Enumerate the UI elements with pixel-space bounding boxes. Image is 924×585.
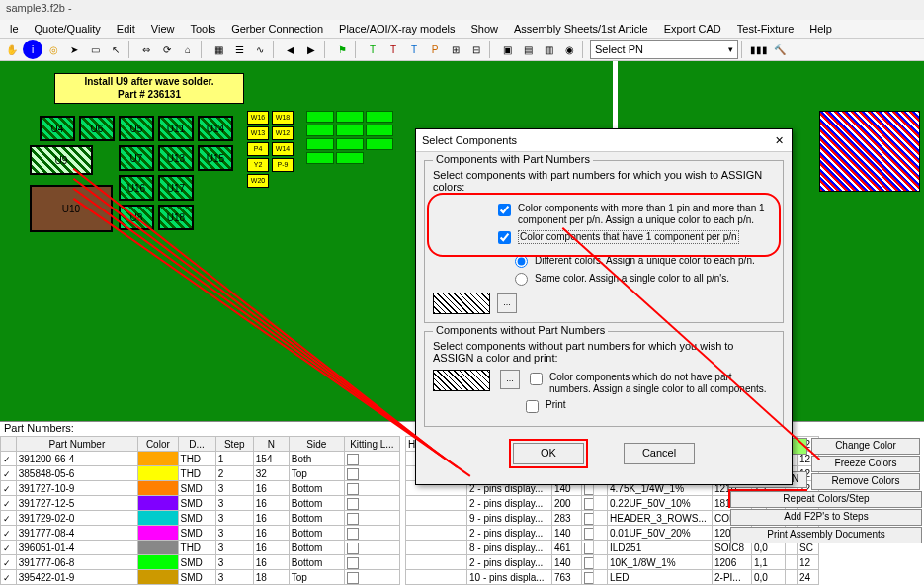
table-row[interactable]: 391777-08-4SMD316Bottom <box>1 526 400 541</box>
cell-kitting[interactable] <box>344 526 399 541</box>
freeze-colors-button[interactable]: Freeze Colors <box>811 456 920 472</box>
row-check[interactable] <box>1 496 17 511</box>
tb-home-icon[interactable]: ⌂ <box>178 40 198 59</box>
pcb-component[interactable]: U10 <box>30 185 113 232</box>
tb-barcode-icon[interactable]: ▮▮▮ <box>749 40 769 59</box>
pcb-passive[interactable] <box>336 111 364 123</box>
pcb-component[interactable]: U5 <box>119 116 154 141</box>
menu-edit[interactable]: Edit <box>111 22 141 36</box>
table-row[interactable]: 385848-05-6THD232Top <box>1 466 400 481</box>
pcb-component[interactable]: U7 <box>119 145 154 171</box>
pcb-small[interactable]: W18 <box>272 111 294 125</box>
row-check[interactable] <box>1 570 17 585</box>
pcb-component-u9[interactable]: U9 <box>30 145 93 175</box>
tb-p-icon[interactable]: P <box>425 40 445 59</box>
pcb-passive[interactable] <box>336 125 364 136</box>
pcb-component[interactable]: U17 <box>158 175 194 201</box>
tb-box3-icon[interactable]: ▥ <box>539 40 558 59</box>
grid-header[interactable]: Kitting L... <box>344 437 399 452</box>
row-check[interactable] <box>1 541 17 555</box>
chk-no-pn-input[interactable] <box>530 373 543 385</box>
cell[interactable] <box>582 541 594 555</box>
menu-tools[interactable]: Tools <box>184 22 221 36</box>
menu-export-cad[interactable]: Export CAD <box>658 22 727 36</box>
row-check[interactable] <box>1 555 17 570</box>
table-row[interactable]: 391200-66-4THD1154Both <box>1 452 400 466</box>
tb-f1-icon[interactable]: ⊞ <box>446 40 465 59</box>
tb-prev-icon[interactable]: ◀ <box>281 40 300 59</box>
row-check[interactable] <box>1 452 17 466</box>
table-row[interactable]: 396051-01-4THD316Bottom <box>1 541 400 555</box>
menu-test-fixture[interactable]: Test-Fixture <box>731 22 799 36</box>
tb-box4-icon[interactable]: ◉ <box>559 40 579 59</box>
add-f2p-button[interactable]: Add F2P's to Steps <box>730 509 922 526</box>
pcb-small[interactable]: W16 <box>247 111 269 125</box>
tb-grid-icon[interactable]: ▦ <box>209 40 228 59</box>
pcb-component[interactable]: U4 <box>40 116 75 141</box>
tb-hand-icon[interactable]: ✋ <box>2 40 22 59</box>
cell-color[interactable] <box>138 481 178 496</box>
grid-header[interactable] <box>1 437 17 452</box>
cell-color[interactable] <box>138 526 178 541</box>
cell-kitting[interactable] <box>344 452 399 466</box>
tb-arrow-icon[interactable]: ➤ <box>64 40 84 59</box>
tb-rotate-icon[interactable]: ⟳ <box>157 40 177 59</box>
cell[interactable] <box>582 496 594 511</box>
tb-t3-icon[interactable]: T <box>404 40 424 59</box>
tb-hammer-icon[interactable]: 🔨 <box>770 40 790 59</box>
menu-quote-quality[interactable]: Quote/Quality <box>29 22 107 36</box>
pcb-component[interactable]: U8 <box>119 205 154 230</box>
grid-header[interactable]: Step <box>215 437 253 452</box>
pcb-small[interactable]: P4 <box>247 142 269 156</box>
pcb-component[interactable]: U16 <box>119 175 154 201</box>
tb-t2-icon[interactable]: T <box>383 40 403 59</box>
change-color-button[interactable]: Change Color <box>811 438 920 455</box>
grid-header[interactable]: Side <box>289 437 344 452</box>
pcb-small[interactable]: P-9 <box>272 158 294 172</box>
cell-color[interactable] <box>138 570 178 585</box>
pcb-small[interactable]: W13 <box>247 126 269 140</box>
pcb-small[interactable]: W12 <box>272 126 294 140</box>
repeat-colors-button[interactable]: Repeat Colors/Step <box>730 491 922 508</box>
cell-kitting[interactable] <box>344 466 399 481</box>
grid-header[interactable]: Part Number <box>16 437 137 452</box>
cell[interactable] <box>582 526 594 541</box>
close-icon[interactable]: ✕ <box>770 131 788 149</box>
chk-multi-pin-input[interactable] <box>498 204 511 216</box>
row-check[interactable] <box>1 526 17 541</box>
menu-help[interactable]: Help <box>803 22 838 36</box>
tb-list-icon[interactable]: ☰ <box>229 40 249 59</box>
menu-gerber[interactable]: Gerber Connection <box>225 22 329 36</box>
table-row[interactable]: 391727-12-5SMD316Bottom <box>1 496 400 511</box>
table-row[interactable]: 391727-10-9SMD316Bottom <box>1 481 400 496</box>
pcb-passive[interactable] <box>336 138 364 150</box>
pcb-component[interactable]: U14 <box>198 116 233 141</box>
table-row[interactable]: 2 - pins display...14010K_1/8W_1%12061,1… <box>406 555 819 570</box>
cell-color[interactable] <box>138 496 178 511</box>
menu-show[interactable]: Show <box>464 22 504 36</box>
cell-kitting[interactable] <box>344 541 399 555</box>
pcb-passive[interactable] <box>306 138 334 150</box>
menu-place-aoi[interactable]: Place/AOI/X-ray models <box>333 22 461 36</box>
grid-header[interactable]: Color <box>138 437 178 452</box>
row-check[interactable] <box>1 466 17 481</box>
tb-rect-select-icon[interactable]: ▭ <box>85 40 105 59</box>
tb-cursor-icon[interactable]: ↖ <box>106 40 126 59</box>
swatch-browse-button[interactable]: ... <box>497 293 517 313</box>
table-row[interactable]: 395422-01-9SMD318Top <box>1 570 400 585</box>
pcb-component[interactable]: U15 <box>198 145 233 171</box>
remove-colors-button[interactable]: Remove Colors <box>811 473 920 490</box>
cell-color[interactable] <box>138 452 178 466</box>
row-check[interactable] <box>1 481 17 496</box>
pcb-small[interactable]: W14 <box>272 142 294 156</box>
row-check[interactable] <box>1 511 17 526</box>
grid-header[interactable]: D... <box>178 437 215 452</box>
pcb-passive[interactable] <box>366 111 393 123</box>
table-row[interactable]: 10 - pins displa...763LED2-PI...0,024 <box>406 570 819 585</box>
menu-assembly[interactable]: Assembly Sheets/1st Article <box>508 22 654 36</box>
tb-t1-icon[interactable]: T <box>363 40 382 59</box>
pcb-passive[interactable] <box>366 138 393 150</box>
pcb-component[interactable]: U6 <box>79 116 115 141</box>
pcb-small[interactable]: Y2 <box>247 158 269 172</box>
tb-flip-h-icon[interactable]: ⇔ <box>136 40 156 59</box>
